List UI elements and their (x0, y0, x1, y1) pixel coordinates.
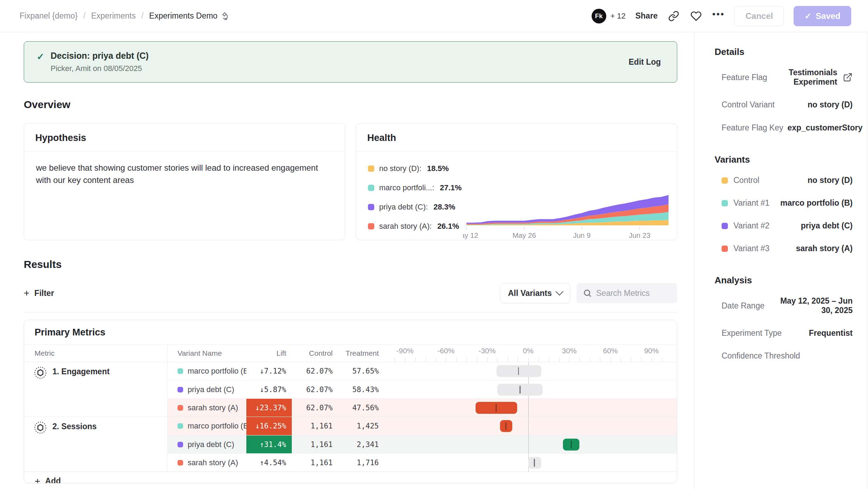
metric-cell[interactable]: 2. Sessions (24, 417, 168, 472)
add-metric-button[interactable]: + Add (35, 476, 61, 484)
plus-icon: + (35, 476, 40, 484)
lift-point-tick (496, 404, 497, 412)
legend-item[interactable]: no story (D):18.5% (368, 164, 463, 173)
lift-axis-tick (631, 357, 631, 362)
confidence-threshold-row: Confidence Threshold (722, 351, 853, 361)
variant-slot-label: Variant #1 (733, 198, 769, 208)
variants-dropdown[interactable]: All Variants (500, 283, 570, 303)
lift-axis-tick (415, 357, 415, 362)
control-value: 1,161 (292, 454, 335, 472)
legend-label: no story (D): (379, 164, 421, 173)
variant-row[interactable]: priya debt (C)↑31.4%1,1612,341 (168, 435, 677, 453)
lift-axis-tick (446, 357, 446, 362)
metrics-footer: + Add (24, 472, 677, 483)
scrollbar[interactable] (867, 33, 867, 489)
decision-subtitle: Picker, Amit on 08/05/2025 (51, 64, 149, 73)
edit-log-button[interactable]: Edit Log (629, 57, 661, 67)
legend-item[interactable]: sarah story (A):26.1% (368, 222, 463, 231)
metric-group: 1. Engagementmarco portfolio (B)↓7.12%62… (24, 362, 677, 417)
variant-row[interactable]: sarah story (A)↑4.54%1,1611,716 (168, 453, 677, 472)
variant-name-cell: sarah story (A) (168, 454, 246, 472)
decision-title: Decision: priya debt (C) (51, 51, 149, 61)
more-options-icon[interactable]: ••• (712, 9, 725, 23)
variant-swatch (722, 177, 728, 184)
saved-button[interactable]: ✓ Saved (794, 6, 851, 26)
decision-banner: ✓ Decision: priya debt (C) Picker, Amit … (24, 41, 677, 83)
variant-swatch (722, 200, 728, 206)
date-range-row: Date Range May 12, 2025 – Jun 30, 2025 (722, 296, 853, 315)
breadcrumb-project[interactable]: Fixpanel {demo} (20, 11, 78, 21)
results-heading: Results (24, 258, 677, 270)
lift-value: ↓23.37% (246, 399, 292, 417)
legend-item[interactable]: marco portfoli...:27.1% (368, 183, 463, 192)
lift-value: ↓5.87% (246, 381, 292, 398)
copy-link-icon[interactable] (667, 10, 680, 22)
legend-swatch (368, 204, 374, 210)
feature-flag-value[interactable]: Testimonials Experiment (771, 68, 837, 87)
add-filter-button[interactable]: + Filter (24, 288, 54, 299)
confidence-interval-bar[interactable] (500, 420, 512, 432)
search-metrics-input[interactable] (596, 289, 671, 298)
hypothesis-body[interactable]: we believe that showing customer stories… (24, 151, 332, 197)
confidence-interval-bar[interactable] (476, 402, 518, 414)
variant-name: priya debt (C) (188, 385, 234, 394)
confidence-interval-bar[interactable] (497, 365, 541, 377)
variant-color-dot (178, 368, 183, 374)
x-axis-label: Jun 23 (629, 231, 651, 239)
treatment-value: 57.65% (335, 362, 381, 380)
column-header-treatment: Treatment (335, 345, 381, 362)
lift-axis-tick (395, 357, 395, 362)
variant-row[interactable]: priya debt (C)↓5.87%62.07%58.43% (168, 380, 677, 398)
breadcrumb-separator: / (141, 11, 143, 21)
x-axis-label: May 12 (463, 231, 478, 239)
lift-point-tick (518, 367, 519, 375)
control-value: 1,161 (292, 417, 335, 435)
favorite-heart-icon[interactable] (690, 10, 702, 22)
lift-axis-tick (497, 357, 498, 362)
lift-axis-tick (590, 357, 590, 362)
legend-item[interactable]: priya debt (C):28.3% (368, 203, 463, 212)
top-bar: Fixpanel {demo} / Experiments / Experime… (0, 0, 868, 32)
details-panel: Details Feature Flag Testimonials Experi… (694, 33, 868, 489)
variant-name: priya debt (C) (188, 440, 234, 449)
legend-value: 18.5% (427, 164, 449, 173)
metric-cell[interactable]: 1. Engagement (24, 362, 168, 417)
health-title: Health (356, 123, 677, 151)
confidence-interval-cell (386, 362, 671, 380)
confidence-interval-bar[interactable] (497, 384, 542, 396)
lift-axis-label: 0% (523, 347, 533, 355)
search-metrics-field[interactable] (577, 283, 677, 303)
feature-flag-key-value: exp_customerStory (787, 123, 862, 133)
legend-swatch (368, 165, 374, 172)
lift-axis-label: 60% (603, 347, 618, 355)
lift-axis-tick (549, 357, 549, 362)
confidence-interval-bar[interactable] (563, 439, 579, 451)
variant-row[interactable]: marco portfolio (B)↓7.12%62.07%57.65% (168, 362, 677, 380)
search-icon (583, 289, 592, 298)
lift-axis-tick (466, 357, 467, 362)
confidence-interval-cell (386, 399, 671, 417)
zero-gridline (528, 435, 529, 453)
analysis-heading: Analysis (715, 275, 853, 286)
collaborators-count[interactable]: + 12 (610, 12, 625, 21)
lift-axis-tick (579, 357, 580, 362)
variant-row[interactable]: marco portfolio (B)↓16.25%1,1611,425 (168, 417, 677, 435)
variant-row[interactable]: sarah story (A)↓23.37%62.07%47.56% (168, 398, 677, 417)
primary-metrics-title: Primary Metrics (24, 320, 677, 344)
lift-axis-tick (508, 357, 508, 362)
share-button[interactable]: Share (635, 11, 658, 21)
metric-name: 2. Sessions (52, 422, 97, 431)
variant-name: sarah story (A) (188, 458, 238, 467)
avatar[interactable]: Fk (592, 9, 606, 23)
primary-metrics-card: Primary Metrics Metric Variant Name Lift… (24, 320, 677, 483)
confidence-interval-bar[interactable] (528, 457, 541, 469)
control-value: 62.07% (292, 399, 335, 417)
cancel-button[interactable]: Cancel (735, 6, 784, 26)
variants-list: Controlno story (D)Variant #1marco portf… (715, 176, 853, 253)
confidence-interval-cell (386, 381, 671, 398)
breadcrumb-experiments[interactable]: Experiments (91, 11, 136, 21)
external-link-icon[interactable] (843, 72, 853, 82)
main-content: ✓ Decision: priya debt (C) Picker, Amit … (0, 32, 694, 489)
metrics-table-header: Metric Variant Name Lift Control Treatme… (24, 344, 677, 362)
lift-axis-label: -60% (437, 347, 455, 355)
